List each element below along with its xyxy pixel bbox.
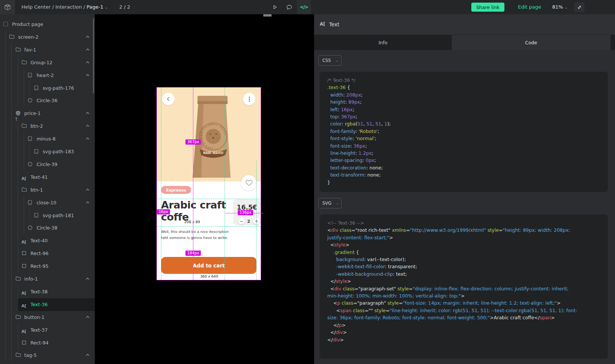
layer-row-Group-12[interactable]: Group-12 — [0, 56, 95, 69]
layer-row-Product page[interactable]: Product page — [0, 18, 95, 31]
code-line: justify-content: flex-start;"> — [327, 234, 608, 241]
tree-indent-guide — [11, 298, 12, 311]
chevron-down-icon: ⌄ — [336, 59, 339, 62]
tab-code[interactable]: Code — [452, 35, 610, 50]
layer-row-svg-path-183[interactable]: svg-path-183 — [0, 145, 95, 158]
tree-indent-guide — [18, 184, 18, 196]
comment-button[interactable] — [284, 3, 294, 12]
layer-row-btn-1[interactable]: btn-1 — [0, 184, 95, 196]
chevron-up-icon[interactable] — [85, 111, 90, 115]
layer-row-button-1[interactable]: button-1 — [0, 311, 95, 324]
svg-language-select[interactable]: SVG ⌄ — [318, 198, 342, 208]
layer-row-Text-38[interactable]: A[Text-38 — [0, 285, 95, 298]
app-logo[interactable] — [0, 0, 15, 14]
chevron-up-icon[interactable] — [85, 277, 90, 281]
component-icon — [15, 110, 21, 116]
layer-row-Rect-96[interactable]: Rect-96 — [0, 247, 95, 260]
layer-row-Text-40[interactable]: A[Text-40 — [0, 234, 95, 247]
layer-row-minus-8[interactable]: minus-8 — [0, 133, 95, 145]
chevron-up-icon[interactable] — [85, 137, 90, 141]
category-tag[interactable]: Expresso — [161, 186, 191, 194]
design-canvas[interactable]: 100% ORGANIC COLOMBIA COFFEE NABI NAHUI … — [95, 14, 314, 364]
layer-label: Circle-39 — [36, 162, 58, 167]
tree-indent-guide — [11, 171, 12, 184]
layer-row-Circle-36[interactable]: Circle-36 — [0, 94, 95, 107]
add-to-cart-button[interactable]: Add to cart — [161, 257, 257, 274]
layer-row-Circle-39[interactable]: Circle-39 — [0, 158, 95, 171]
code-line: .text-36 { — [327, 84, 608, 91]
css-code-block[interactable]: /* Text-36 */.text-36 { width: 208px; he… — [320, 72, 608, 192]
tree-indent-guide — [18, 82, 18, 95]
layer-row-Text-41[interactable]: A[Text-41 — [0, 171, 95, 184]
chevron-down-icon[interactable]: ⌄ — [105, 5, 108, 9]
layer-row-info-1[interactable]: info-1 — [0, 273, 95, 285]
zoom-level-value: 81% — [552, 4, 563, 10]
tree-indent-guide — [11, 285, 12, 298]
chevron-up-icon[interactable] — [85, 73, 90, 77]
menu-button[interactable] — [243, 93, 255, 105]
back-button[interactable] — [162, 93, 175, 105]
chevron-up-icon[interactable] — [85, 48, 90, 52]
tree-indent-guide — [18, 209, 18, 222]
layer-row-svg-path-176[interactable]: svg-path-176 — [0, 82, 95, 95]
play-button[interactable] — [270, 3, 280, 12]
zoom-level-control[interactable]: 81% ⌄ — [552, 4, 568, 10]
tree-indent-guide — [11, 337, 12, 349]
layer-row-heart-2[interactable]: heart-2 — [0, 69, 95, 82]
folder-icon — [15, 352, 21, 358]
layer-row-svg-path-181[interactable]: svg-path-181 — [0, 209, 95, 222]
svg-select-value: SVG — [322, 201, 331, 206]
layer-row-Rect-95[interactable]: Rect-95 — [0, 260, 95, 273]
right-margin-guide — [256, 161, 257, 280]
share-link-button[interactable]: Share link — [471, 3, 504, 12]
layer-row-close-10[interactable]: close-10 — [0, 196, 95, 209]
chevron-up-icon[interactable] — [85, 201, 90, 205]
layer-row-Text-36[interactable]: A[Text-36 — [0, 298, 95, 311]
favorite-button[interactable] — [241, 175, 257, 190]
rect-icon — [21, 251, 27, 256]
folder-icon — [21, 60, 27, 65]
edit-page-link[interactable]: Edit page — [518, 4, 541, 10]
code-line: min-height: 100%; min-width: 100%; verti… — [327, 292, 608, 299]
chevron-up-icon[interactable] — [85, 35, 90, 39]
layer-row-fav-1[interactable]: fav-1 — [0, 44, 95, 56]
arrow-up-icon: ↑ — [14, 116, 18, 122]
css-language-select[interactable]: CSS ⌄ — [318, 55, 342, 66]
canvas-scrollbar-thumb[interactable] — [263, 14, 272, 17]
bag-label-text: NABI NAHUI — [203, 151, 223, 155]
tree-indent-guide — [18, 56, 18, 69]
chevron-up-icon[interactable] — [85, 353, 90, 357]
measure-label-left: 16px — [157, 209, 170, 214]
fullscreen-button[interactable] — [574, 2, 585, 12]
tab-info[interactable]: Info — [314, 35, 452, 50]
tree-indent-guide — [5, 247, 6, 260]
layer-row-tag-5[interactable]: tag-5 — [0, 349, 95, 362]
layer-row-Text-37[interactable]: A[Text-37 — [0, 324, 95, 337]
code-line: line-height: 1.2px; — [327, 150, 608, 157]
code-line: <div class="paragraph-set" style="displa… — [327, 285, 608, 292]
layer-row-screen-2[interactable]: screen-2 — [0, 31, 95, 44]
code-line: </p> — [327, 322, 608, 329]
product-page-mockup[interactable]: 100% ORGANIC COLOMBIA COFFEE NABI NAHUI … — [157, 88, 261, 280]
chevron-up-icon[interactable] — [85, 60, 90, 65]
layer-row-Circle-38[interactable]: Circle-38 — [0, 222, 95, 234]
folder-icon — [15, 276, 21, 282]
chevron-up-icon[interactable] — [85, 188, 90, 192]
quantity-minus-button[interactable]: − — [238, 218, 245, 225]
breadcrumb[interactable]: Help Center / Interaction / Page-1⌄ — [21, 4, 108, 10]
tree-indent-guide — [11, 145, 12, 158]
tree-indent-guide — [11, 349, 12, 362]
code-view-button[interactable]: </> — [297, 0, 311, 14]
page-counter: 2 / 2 — [119, 4, 130, 10]
layer-label: Circle-38 — [36, 225, 58, 231]
tree-indent-guide — [5, 158, 6, 171]
quantity-plus-button[interactable]: + — [253, 218, 260, 225]
breadcrumb-page-name[interactable]: Page-1 — [87, 4, 103, 10]
chevron-up-icon[interactable] — [85, 315, 90, 319]
element-type-label: Text — [329, 21, 339, 27]
layer-row-Rect-94[interactable]: Rect-94 — [0, 337, 95, 349]
sidebar-scrollbar[interactable] — [93, 18, 94, 93]
svg-code-block[interactable]: <!-- Text-36 --><div class="root rich-te… — [320, 214, 608, 359]
chevron-up-icon[interactable] — [85, 124, 90, 128]
layer-label: Circle-36 — [36, 98, 58, 103]
